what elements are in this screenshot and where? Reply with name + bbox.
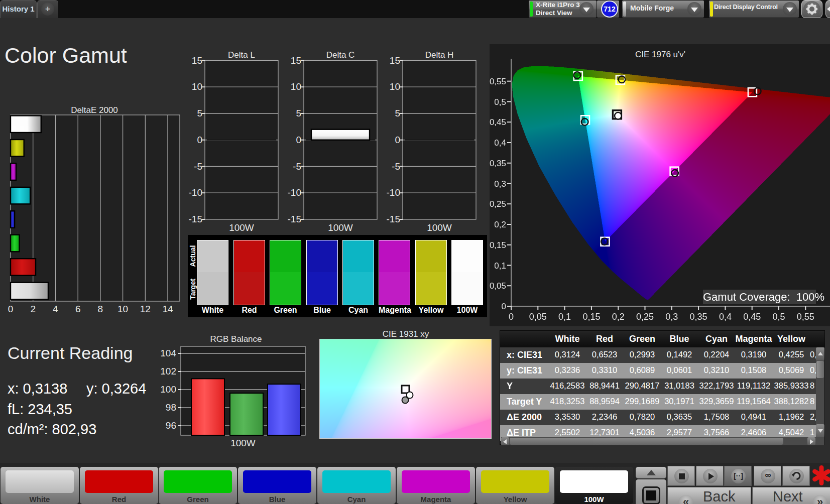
svg-text:0,05: 0,05	[529, 312, 547, 322]
svg-text:0,35: 0,35	[490, 159, 506, 168]
svg-text:-10: -10	[189, 187, 202, 198]
svg-text:98: 98	[166, 402, 176, 413]
svg-text:100W: 100W	[328, 222, 353, 233]
svg-text:100W: 100W	[427, 222, 452, 233]
svg-text:0,45: 0,45	[743, 312, 761, 322]
svg-text:0: 0	[296, 135, 301, 145]
svg-text:14: 14	[162, 304, 173, 314]
svg-text:-10: -10	[387, 187, 400, 198]
svg-text:0: 0	[395, 135, 400, 145]
svg-text:15: 15	[390, 55, 400, 66]
svg-text:12: 12	[140, 304, 151, 314]
svg-text:-5: -5	[293, 161, 301, 172]
svg-text:0: 0	[8, 304, 14, 314]
svg-text:15: 15	[291, 55, 301, 66]
svg-text:6: 6	[75, 304, 81, 314]
svg-text:-5: -5	[392, 161, 400, 172]
svg-text:0,2: 0,2	[612, 312, 625, 322]
svg-text:0,15: 0,15	[582, 312, 600, 322]
svg-text:104: 104	[160, 348, 176, 358]
svg-text:100W: 100W	[229, 222, 254, 233]
svg-text:0,05: 0,05	[490, 281, 506, 291]
svg-text:0,55: 0,55	[490, 77, 506, 86]
svg-text:0: 0	[509, 312, 514, 322]
svg-text:15: 15	[192, 55, 202, 66]
svg-text:102: 102	[160, 366, 176, 376]
svg-text:5: 5	[395, 108, 400, 118]
svg-text:5: 5	[296, 108, 301, 118]
svg-text:0,1: 0,1	[494, 261, 506, 271]
svg-text:-5: -5	[194, 161, 202, 172]
svg-text:0,3: 0,3	[494, 179, 506, 189]
svg-text:-15: -15	[189, 214, 202, 224]
svg-text:0,2: 0,2	[494, 220, 506, 229]
svg-text:10: 10	[291, 81, 301, 92]
svg-text:0,55: 0,55	[797, 312, 814, 322]
svg-text:100: 100	[160, 384, 176, 395]
svg-text:4: 4	[53, 304, 58, 314]
svg-text:0: 0	[502, 302, 506, 311]
svg-text:10: 10	[192, 81, 202, 92]
svg-text:0,1: 0,1	[558, 312, 571, 322]
svg-text:0,3: 0,3	[665, 312, 678, 322]
svg-text:0,15: 0,15	[490, 240, 506, 250]
svg-text:0,25: 0,25	[490, 199, 506, 209]
svg-text:2: 2	[30, 304, 36, 314]
svg-text:8: 8	[98, 304, 103, 314]
svg-text:0,35: 0,35	[690, 312, 707, 322]
svg-text:10: 10	[390, 81, 400, 92]
svg-text:-15: -15	[387, 214, 400, 224]
svg-text:-10: -10	[288, 187, 301, 198]
svg-text:0,5: 0,5	[772, 312, 785, 322]
svg-text:0,5: 0,5	[494, 97, 506, 107]
svg-text:96: 96	[166, 420, 176, 431]
svg-text:100W: 100W	[230, 438, 256, 448]
svg-text:0,4: 0,4	[719, 312, 732, 322]
svg-text:0,4: 0,4	[494, 138, 506, 148]
svg-text:-15: -15	[288, 214, 301, 224]
svg-text:0,25: 0,25	[636, 312, 654, 322]
svg-text:0,45: 0,45	[490, 117, 506, 127]
svg-text:0: 0	[197, 135, 202, 145]
svg-text:5: 5	[197, 108, 202, 118]
svg-text:10: 10	[117, 304, 128, 314]
